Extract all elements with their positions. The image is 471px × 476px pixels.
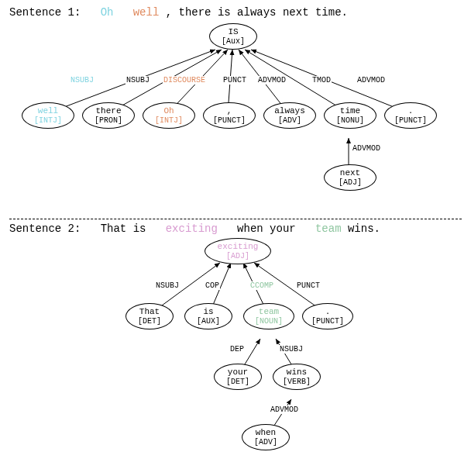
divider: [9, 219, 462, 219]
node-pos: [INTJ]: [155, 116, 183, 125]
node-oh: Oh [INTJ]: [143, 102, 195, 129]
edge-label: ADVMOD: [356, 76, 386, 85]
node-word: wins: [287, 367, 307, 377]
node-pos: [INTJ]: [34, 116, 62, 125]
node-exciting: exciting [ADJ]: [205, 238, 271, 264]
edge-label: ADVMOD: [270, 405, 299, 414]
node-word: always: [274, 106, 305, 116]
node-is-2: is [AUX]: [184, 303, 232, 329]
edge-label: PUNCT: [222, 76, 247, 85]
token-exciting: exciting: [166, 222, 218, 235]
edge-label: PUNCT: [296, 281, 321, 290]
node-word: time: [340, 106, 360, 116]
edge-label: ADVMOD: [352, 144, 381, 153]
node-pos: [AUX]: [197, 317, 220, 326]
edge-label: DISCOURSE: [163, 76, 206, 85]
sentence-2-text: Sentence 2: That is exciting when your t…: [9, 222, 462, 235]
node-pos: [DET]: [138, 317, 161, 326]
token-rest-1: there is always next time.: [179, 6, 348, 19]
dependency-tree-2: exciting [ADJ] NSUBJ COP CCOMP PUNCT Tha…: [9, 238, 462, 471]
node-is: IS [Aux]: [209, 23, 257, 50]
node-there: there [PRON]: [82, 102, 135, 129]
node-word: That: [139, 307, 160, 316]
node-word: your: [228, 367, 248, 377]
node-pos: [ADJ]: [339, 178, 362, 187]
edge-label: TMOD: [311, 76, 332, 85]
node-when: when [ADV]: [242, 424, 290, 450]
node-word: next: [340, 168, 360, 178]
node-pos: [PUNCT]: [213, 116, 246, 125]
edge-label: COP: [205, 281, 220, 290]
node-word: is: [203, 307, 213, 316]
edge-label: NSUBJ: [279, 345, 304, 354]
edge-label: CCOMP: [249, 281, 274, 290]
node-word: IS: [228, 27, 238, 36]
node-word: Oh: [163, 106, 174, 116]
token-that-is: That is: [101, 222, 153, 235]
node-pos: [Aux]: [222, 37, 245, 46]
token-oh: Oh: [101, 6, 114, 19]
node-comma: , [PUNCT]: [203, 102, 256, 129]
node-your: your [DET]: [214, 364, 262, 390]
node-word: ,: [227, 106, 232, 116]
token-well: well: [133, 6, 160, 19]
node-word: team: [259, 307, 279, 316]
node-pos: [ADV]: [254, 438, 277, 447]
node-word: exciting: [218, 242, 259, 251]
node-wins: wins [VERB]: [273, 364, 321, 390]
node-well: well [INTJ]: [22, 102, 74, 129]
edge-label: DEP: [229, 345, 245, 354]
token-team: team: [315, 222, 342, 235]
node-period: . [PUNCT]: [384, 102, 437, 129]
edge-label: NSUBJ: [70, 76, 95, 85]
token-when-your: when your: [237, 222, 302, 235]
node-word: .: [325, 307, 331, 316]
node-pos: [PRON]: [95, 116, 122, 125]
sentence-2-label: Sentence 2:: [9, 222, 81, 235]
dependency-tree-1: IS [Aux] NSUBJ NSUBJ DISCOURSE PUNCT ADV…: [9, 22, 462, 214]
sentence-1-label: Sentence 1:: [9, 6, 81, 19]
node-pos: [NONU]: [336, 116, 364, 125]
node-always: always [ADV]: [263, 102, 316, 129]
node-pos: [PUNCT]: [311, 317, 344, 326]
node-pos: [PUNCT]: [394, 116, 427, 125]
edge-label: NSUBJ: [125, 76, 150, 85]
node-that: That [DET]: [125, 303, 174, 329]
node-word: there: [95, 106, 121, 116]
node-word: when: [256, 428, 276, 437]
node-time: time [NONU]: [324, 102, 376, 129]
node-team: team [NOUN]: [243, 303, 294, 329]
edge-label: ADVMOD: [257, 76, 287, 85]
node-pos: [VERB]: [283, 378, 311, 386]
edge-label: NSUBJ: [155, 281, 180, 290]
node-pos: [ADV]: [278, 116, 301, 125]
token-wins: wins.: [348, 222, 380, 235]
token-comma: ,: [166, 6, 172, 19]
sentence-1-text: Sentence 1: Oh well , there is always ne…: [9, 6, 462, 19]
node-word: .: [408, 106, 414, 116]
node-pos: [DET]: [226, 378, 249, 386]
node-word: well: [38, 106, 58, 116]
node-period-2: . [PUNCT]: [302, 303, 353, 329]
node-pos: [ADJ]: [226, 252, 249, 260]
node-pos: [NOUN]: [255, 317, 283, 326]
node-next: next [ADJ]: [324, 164, 376, 191]
